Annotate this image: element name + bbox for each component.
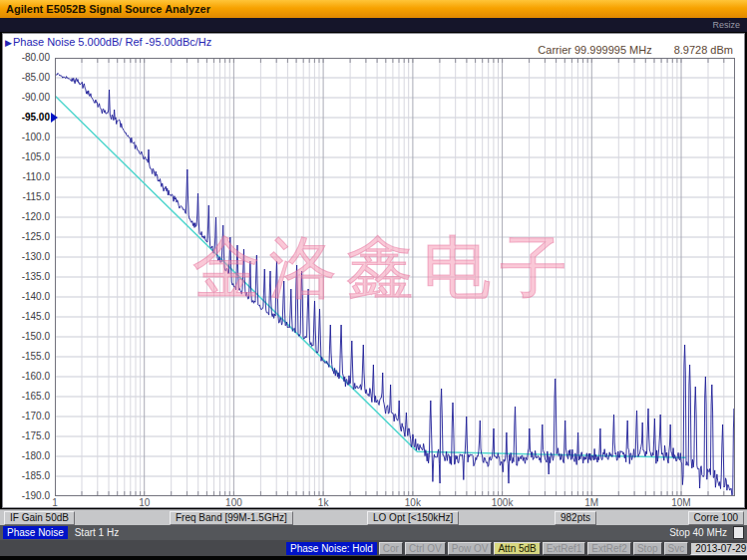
y-tick-label: -180.0 — [0, 450, 50, 461]
resize-strip: Resize — [0, 18, 747, 32]
status-indicator-ctrlov: Ctrl OV — [405, 542, 446, 555]
window-titlebar: Agilent E5052B Signal Source Analyzer — [0, 0, 747, 18]
y-tick-label: -140.0 — [0, 291, 50, 302]
instrument-screen: Agilent E5052B Signal Source Analyzer Re… — [0, 0, 747, 560]
trace-marker-icon: ▶ — [5, 38, 12, 48]
datetime-readout: 2013-07-29 18:14 — [690, 542, 747, 555]
trace-scale-label: Phase Noise 5.000dB/ Ref -95.00dBc/Hz — [13, 36, 211, 48]
measurement-mode-chip[interactable]: Phase Noise — [3, 526, 68, 539]
info-chip-freq[interactable]: Freq Band [99M-1.5GHz] — [170, 511, 293, 525]
y-tick-label: -145.0 — [0, 311, 50, 322]
x-tick-label: 1M — [569, 497, 613, 508]
y-tick-label: -95.00 — [0, 112, 50, 123]
x-tick-label: 100k — [481, 497, 525, 508]
y-tick-label: -115.0 — [0, 191, 50, 202]
y-tick-label: -135.0 — [0, 271, 50, 282]
y-tick-label: -110.0 — [0, 171, 50, 182]
y-tick-label: -175.0 — [0, 430, 50, 441]
carrier-readout: Carrier 99.999995 MHz8.9728 dBm — [538, 44, 733, 56]
sweep-range-bar: Phase Noise Start 1 Hz Stop 40 MHz — [0, 525, 747, 540]
x-tick-label: 10M — [659, 497, 703, 508]
info-chip-corre[interactable]: Corre 100 — [688, 511, 744, 525]
status-indicator-stop: Stop — [633, 542, 662, 555]
carrier-frequency-value: Carrier 99.999995 MHz — [538, 44, 651, 56]
y-tick-label: -185.0 — [0, 470, 50, 481]
status-indicator-powov: Pow OV — [448, 542, 493, 555]
y-tick-label: -170.0 — [0, 411, 50, 421]
scrollbar-handle[interactable] — [733, 526, 744, 539]
x-tick-label: 100 — [211, 497, 255, 508]
sweep-start-label[interactable]: Start 1 Hz — [75, 527, 119, 538]
trace-scale-readout[interactable]: ▶Phase Noise 5.000dB/ Ref -95.00dBc/Hz — [5, 36, 211, 48]
y-tick-label: -150.0 — [0, 331, 50, 342]
x-tick-label: 1 — [33, 497, 77, 508]
carrier-power-value: 8.9728 dBm — [674, 44, 733, 56]
x-tick-label: 10k — [391, 497, 435, 508]
resize-button[interactable]: Resize — [712, 20, 747, 30]
bottom-edge — [0, 556, 747, 560]
y-tick-label: -90.00 — [0, 92, 50, 103]
measurement-status-chip[interactable]: Phase Noise: Hold — [286, 542, 377, 555]
y-tick-label: -165.0 — [0, 391, 50, 402]
status-indicator-extref1: ExtRef1 — [543, 542, 586, 555]
window-title: Agilent E5052B Signal Source Analyzer — [6, 3, 210, 15]
status-indicator-cor: Cor — [379, 542, 403, 555]
x-tick-label: 10 — [123, 497, 167, 508]
status-indicator-extref2: ExtRef2 — [587, 542, 631, 555]
y-tick-label: -85.00 — [0, 72, 50, 83]
y-tick-label: -105.0 — [0, 151, 50, 162]
status-indicator-svc: Svc — [664, 542, 689, 555]
y-tick-label: -155.0 — [0, 351, 50, 362]
y-tick-label: -120.0 — [0, 211, 50, 222]
y-tick-label: -100.0 — [0, 132, 50, 142]
info-chip-lo[interactable]: LO Opt [<150kHz] — [367, 511, 459, 525]
reference-level-marker — [51, 113, 58, 123]
x-tick-label: 1k — [301, 497, 345, 508]
y-tick-label: -125.0 — [0, 231, 50, 242]
y-tick-label: -80.00 — [0, 52, 50, 63]
y-tick-label: -130.0 — [0, 251, 50, 262]
info-chip-982pts[interactable]: 982pts — [555, 511, 596, 525]
measurement-info-bar: IF Gain 50dBFreq Band [99M-1.5GHz]LO Opt… — [0, 509, 747, 525]
status-indicator-attn5db: Attn 5dB — [494, 542, 540, 555]
phase-noise-trace-svg — [55, 58, 735, 496]
sweep-stop-label[interactable]: Stop 40 MHz — [669, 527, 727, 538]
instrument-status-bar: Phase Noise: Hold CorCtrl OVPow OVAttn 5… — [0, 540, 747, 556]
y-tick-label: -160.0 — [0, 371, 50, 382]
phase-noise-plot — [55, 58, 735, 496]
info-chip-if[interactable]: IF Gain 50dB — [4, 511, 75, 525]
